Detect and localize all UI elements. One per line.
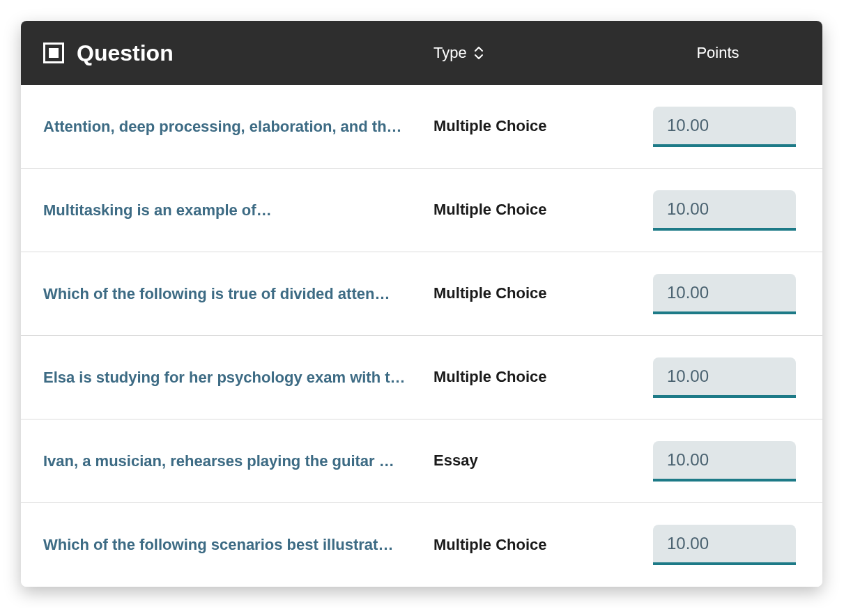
question-type: Multiple Choice	[433, 367, 636, 387]
type-column-header[interactable]: Type	[433, 44, 636, 62]
points-input[interactable]	[653, 525, 796, 565]
question-type: Multiple Choice	[433, 200, 636, 220]
table-row: Attention, deep processing, elaboration,…	[21, 85, 822, 169]
select-all-checkbox[interactable]	[43, 43, 64, 63]
questions-table: Question Type Points Attention, deep pro…	[21, 21, 822, 587]
question-column-header: Question	[43, 40, 433, 66]
question-link[interactable]: Ivan, a musician, rehearses playing the …	[43, 452, 433, 470]
points-input[interactable]	[653, 190, 796, 231]
points-cell	[636, 107, 800, 147]
question-link[interactable]: Which of the following is true of divide…	[43, 285, 433, 303]
points-input[interactable]	[653, 441, 796, 482]
table-row: Which of the following scenarios best il…	[21, 503, 822, 587]
question-link[interactable]: Elsa is studying for her psychology exam…	[43, 369, 433, 387]
question-link[interactable]: Attention, deep processing, elaboration,…	[43, 118, 433, 136]
question-type: Multiple Choice	[433, 284, 636, 304]
type-header-label: Type	[433, 44, 467, 62]
points-cell	[636, 274, 800, 314]
table-row: Which of the following is true of divide…	[21, 252, 822, 336]
points-column-header: Points	[636, 44, 800, 62]
table-row: Elsa is studying for her psychology exam…	[21, 336, 822, 419]
points-header-label: Points	[696, 44, 739, 61]
sort-icon	[474, 46, 484, 60]
table-row: Multitasking is an example of… Multiple …	[21, 169, 822, 252]
points-cell	[636, 357, 800, 398]
question-type: Multiple Choice	[433, 535, 636, 555]
question-type: Essay	[433, 451, 636, 471]
table-row: Ivan, a musician, rehearses playing the …	[21, 419, 822, 503]
question-link[interactable]: Multitasking is an example of…	[43, 201, 433, 220]
question-header-label: Question	[77, 40, 174, 66]
points-cell	[636, 525, 800, 565]
checkbox-indeterminate-icon	[49, 48, 59, 58]
table-header: Question Type Points	[21, 21, 822, 85]
points-input[interactable]	[653, 107, 796, 147]
points-input[interactable]	[653, 357, 796, 398]
points-input[interactable]	[653, 274, 796, 314]
question-type: Multiple Choice	[433, 116, 636, 137]
points-cell	[636, 190, 800, 231]
question-link[interactable]: Which of the following scenarios best il…	[43, 536, 433, 554]
points-cell	[636, 441, 800, 482]
